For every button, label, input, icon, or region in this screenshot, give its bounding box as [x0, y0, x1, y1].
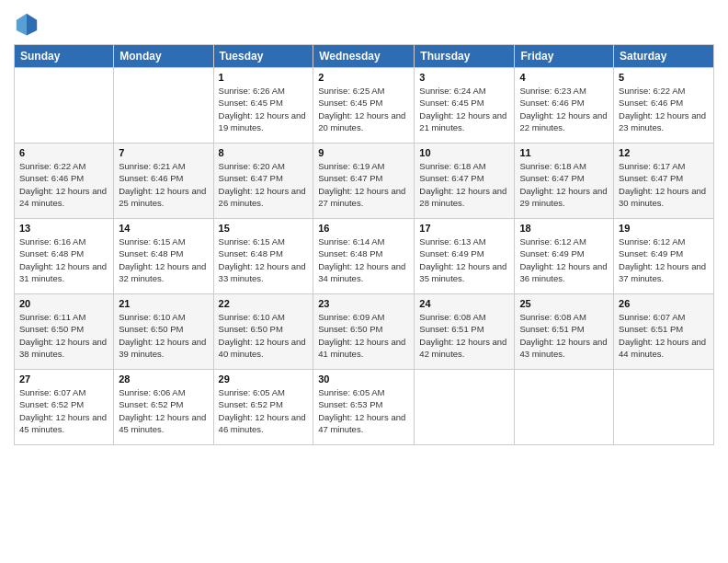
day-number: 8	[219, 147, 309, 158]
day-info: Sunrise: 6:19 AMSunset: 6:47 PMDaylight:…	[318, 160, 409, 209]
day-number: 6	[19, 147, 108, 158]
calendar-cell: 30Sunrise: 6:05 AMSunset: 6:53 PMDayligh…	[313, 370, 415, 445]
day-number: 17	[419, 223, 509, 234]
day-info: Sunrise: 6:12 AMSunset: 6:49 PMDaylight:…	[519, 236, 609, 284]
day-info: Sunrise: 6:22 AMSunset: 6:46 PMDaylight:…	[619, 85, 709, 133]
day-of-week-header: Friday	[515, 45, 614, 68]
day-info: Sunrise: 6:21 AMSunset: 6:46 PMDaylight:…	[119, 160, 208, 209]
day-number: 26	[619, 298, 709, 309]
day-info: Sunrise: 6:15 AMSunset: 6:48 PMDaylight:…	[219, 236, 309, 284]
day-of-week-header: Sunday	[15, 45, 114, 68]
day-info: Sunrise: 6:25 AMSunset: 6:45 PMDaylight:…	[318, 85, 409, 133]
day-info: Sunrise: 6:18 AMSunset: 6:47 PMDaylight:…	[519, 160, 609, 209]
day-number: 12	[619, 147, 709, 158]
day-number: 13	[19, 223, 108, 234]
day-info: Sunrise: 6:17 AMSunset: 6:47 PMDaylight:…	[619, 160, 709, 209]
day-info: Sunrise: 6:18 AMSunset: 6:47 PMDaylight:…	[419, 160, 509, 209]
day-number: 21	[119, 298, 208, 309]
calendar: SundayMondayTuesdayWednesdayThursdayFrid…	[14, 44, 714, 445]
day-number: 10	[419, 147, 509, 158]
calendar-cell: 12Sunrise: 6:17 AMSunset: 6:47 PMDayligh…	[614, 144, 714, 219]
calendar-header: SundayMondayTuesdayWednesdayThursdayFrid…	[15, 45, 714, 68]
calendar-week-row: 1Sunrise: 6:26 AMSunset: 6:45 PMDaylight…	[15, 68, 714, 144]
day-number: 7	[119, 147, 208, 158]
calendar-cell: 7Sunrise: 6:21 AMSunset: 6:46 PMDaylight…	[114, 144, 213, 219]
day-info: Sunrise: 6:23 AMSunset: 6:46 PMDaylight:…	[519, 85, 609, 133]
day-number: 2	[318, 72, 409, 83]
day-of-week-header: Tuesday	[213, 45, 313, 68]
calendar-cell: 25Sunrise: 6:08 AMSunset: 6:51 PMDayligh…	[515, 294, 614, 370]
calendar-cell: 29Sunrise: 6:05 AMSunset: 6:52 PMDayligh…	[213, 370, 313, 445]
day-number: 3	[419, 72, 509, 83]
calendar-cell: 8Sunrise: 6:20 AMSunset: 6:47 PMDaylight…	[213, 144, 313, 219]
calendar-cell: 26Sunrise: 6:07 AMSunset: 6:51 PMDayligh…	[614, 294, 714, 370]
day-info: Sunrise: 6:07 AMSunset: 6:52 PMDaylight:…	[19, 386, 108, 435]
calendar-cell: 14Sunrise: 6:15 AMSunset: 6:48 PMDayligh…	[114, 219, 213, 294]
calendar-cell: 18Sunrise: 6:12 AMSunset: 6:49 PMDayligh…	[515, 219, 614, 294]
day-info: Sunrise: 6:22 AMSunset: 6:46 PMDaylight:…	[19, 160, 108, 209]
calendar-cell: 16Sunrise: 6:14 AMSunset: 6:48 PMDayligh…	[313, 219, 415, 294]
day-number: 23	[318, 298, 409, 309]
calendar-cell: 19Sunrise: 6:12 AMSunset: 6:49 PMDayligh…	[614, 219, 714, 294]
day-info: Sunrise: 6:15 AMSunset: 6:48 PMDaylight:…	[119, 236, 208, 284]
day-number: 19	[619, 223, 709, 234]
svg-marker-1	[17, 14, 27, 36]
calendar-cell: 9Sunrise: 6:19 AMSunset: 6:47 PMDaylight…	[313, 144, 415, 219]
day-info: Sunrise: 6:07 AMSunset: 6:51 PMDaylight:…	[619, 311, 709, 360]
day-of-week-header: Thursday	[415, 45, 515, 68]
logo-icon	[14, 11, 40, 37]
calendar-week-row: 20Sunrise: 6:11 AMSunset: 6:50 PMDayligh…	[15, 294, 714, 370]
day-info: Sunrise: 6:05 AMSunset: 6:53 PMDaylight:…	[318, 386, 409, 435]
day-info: Sunrise: 6:05 AMSunset: 6:52 PMDaylight:…	[219, 386, 309, 435]
calendar-cell: 17Sunrise: 6:13 AMSunset: 6:49 PMDayligh…	[415, 219, 515, 294]
header-row: SundayMondayTuesdayWednesdayThursdayFrid…	[15, 45, 714, 68]
day-info: Sunrise: 6:13 AMSunset: 6:49 PMDaylight:…	[419, 236, 509, 284]
calendar-cell: 21Sunrise: 6:10 AMSunset: 6:50 PMDayligh…	[114, 294, 213, 370]
day-number: 27	[19, 373, 108, 385]
day-number: 24	[419, 298, 509, 309]
day-info: Sunrise: 6:16 AMSunset: 6:48 PMDaylight:…	[19, 236, 108, 284]
day-of-week-header: Monday	[114, 45, 213, 68]
calendar-cell: 15Sunrise: 6:15 AMSunset: 6:48 PMDayligh…	[213, 219, 313, 294]
calendar-cell: 3Sunrise: 6:24 AMSunset: 6:45 PMDaylight…	[415, 68, 515, 144]
page: SundayMondayTuesdayWednesdayThursdayFrid…	[0, 0, 728, 563]
day-of-week-header: Saturday	[614, 45, 714, 68]
day-info: Sunrise: 6:08 AMSunset: 6:51 PMDaylight:…	[519, 311, 609, 360]
day-number: 15	[219, 223, 309, 234]
calendar-week-row: 27Sunrise: 6:07 AMSunset: 6:52 PMDayligh…	[15, 370, 714, 445]
calendar-cell: 24Sunrise: 6:08 AMSunset: 6:51 PMDayligh…	[415, 294, 515, 370]
day-info: Sunrise: 6:08 AMSunset: 6:51 PMDaylight:…	[419, 311, 509, 360]
day-number: 9	[318, 147, 409, 158]
day-number: 14	[119, 223, 208, 234]
day-info: Sunrise: 6:24 AMSunset: 6:45 PMDaylight:…	[419, 85, 509, 133]
day-info: Sunrise: 6:09 AMSunset: 6:50 PMDaylight:…	[318, 311, 409, 360]
day-number: 5	[619, 72, 709, 83]
logo	[14, 9, 41, 37]
calendar-cell: 2Sunrise: 6:25 AMSunset: 6:45 PMDaylight…	[313, 68, 415, 144]
calendar-week-row: 13Sunrise: 6:16 AMSunset: 6:48 PMDayligh…	[15, 219, 714, 294]
calendar-cell: 27Sunrise: 6:07 AMSunset: 6:52 PMDayligh…	[15, 370, 114, 445]
calendar-cell: 22Sunrise: 6:10 AMSunset: 6:50 PMDayligh…	[213, 294, 313, 370]
day-number: 22	[219, 298, 309, 309]
svg-marker-0	[27, 14, 37, 36]
header	[14, 9, 714, 37]
day-number: 18	[519, 223, 609, 234]
day-info: Sunrise: 6:10 AMSunset: 6:50 PMDaylight:…	[219, 311, 309, 360]
day-number: 1	[219, 72, 309, 83]
day-info: Sunrise: 6:14 AMSunset: 6:48 PMDaylight:…	[318, 236, 409, 284]
calendar-cell	[515, 370, 614, 445]
calendar-cell: 23Sunrise: 6:09 AMSunset: 6:50 PMDayligh…	[313, 294, 415, 370]
day-number: 20	[19, 298, 108, 309]
calendar-body: 1Sunrise: 6:26 AMSunset: 6:45 PMDaylight…	[15, 68, 714, 445]
day-info: Sunrise: 6:20 AMSunset: 6:47 PMDaylight:…	[219, 160, 309, 209]
day-info: Sunrise: 6:26 AMSunset: 6:45 PMDaylight:…	[219, 85, 309, 133]
day-info: Sunrise: 6:06 AMSunset: 6:52 PMDaylight:…	[119, 386, 208, 435]
day-number: 16	[318, 223, 409, 234]
calendar-cell: 1Sunrise: 6:26 AMSunset: 6:45 PMDaylight…	[213, 68, 313, 144]
day-number: 11	[519, 147, 609, 158]
day-number: 30	[318, 373, 409, 385]
calendar-cell	[614, 370, 714, 445]
calendar-cell: 20Sunrise: 6:11 AMSunset: 6:50 PMDayligh…	[15, 294, 114, 370]
day-number: 28	[119, 373, 208, 385]
calendar-cell: 28Sunrise: 6:06 AMSunset: 6:52 PMDayligh…	[114, 370, 213, 445]
